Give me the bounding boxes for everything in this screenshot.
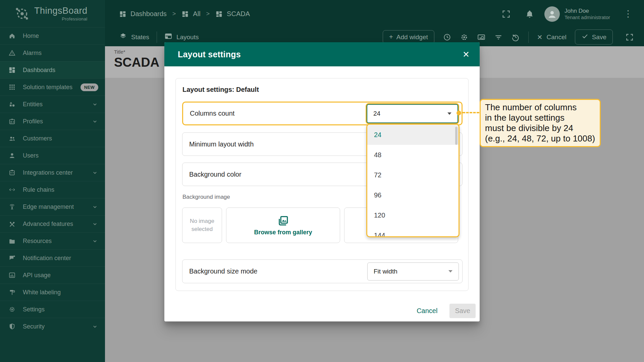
breadcrumb-separator: > <box>172 10 176 17</box>
sidebar-item-settings[interactable]: Settings <box>0 301 105 318</box>
user-menu[interactable]: John Doe Tenant administrator <box>565 7 610 21</box>
edit-save-button[interactable]: Save <box>575 29 613 45</box>
chevron-down-icon <box>92 323 98 330</box>
alarm-warning-icon <box>8 49 16 57</box>
dialog-title: Layout settings <box>178 50 241 59</box>
fullscreen-icon[interactable] <box>625 33 634 42</box>
columns-count-dropdown: 24 48 72 96 120 144 <box>366 124 460 237</box>
thingsboard-logo-icon <box>13 5 31 22</box>
integrations-icon <box>8 169 16 176</box>
sidebar-item-edge-management[interactable]: Edge management <box>0 198 105 215</box>
chevron-down-icon <box>92 101 98 108</box>
sidebar-item-white-labeling[interactable]: White labeling <box>0 284 105 301</box>
dropdown-option-48[interactable]: 48 <box>367 145 459 165</box>
folder-icon <box>8 237 16 245</box>
annotation-callout: The number of columns in the layout sett… <box>480 99 601 147</box>
layouts-button[interactable]: Layouts <box>164 32 199 42</box>
dropdown-option-144[interactable]: 144 <box>367 225 459 237</box>
manage-layouts-display-icon[interactable] <box>477 33 486 42</box>
user-name: John Doe <box>565 7 610 14</box>
dropdown-option-24[interactable]: 24 <box>367 125 459 145</box>
sidebar-item-api-usage[interactable]: API usage <box>0 266 105 284</box>
dashboard-settings-gear-icon[interactable] <box>460 33 469 42</box>
sidebar-item-notification-center[interactable]: Notification center <box>0 249 105 266</box>
close-x-icon: ✕ <box>537 33 543 41</box>
sidebar-item-home[interactable]: Home <box>0 27 105 44</box>
sidebar-item-integrations-center[interactable]: Integrations center <box>0 164 105 181</box>
time-window-clock-icon[interactable] <box>443 33 451 42</box>
background-color-label: Background color <box>189 171 241 178</box>
more-menu-icon[interactable]: ⋮ <box>624 9 633 18</box>
dropdown-option-72[interactable]: 72 <box>367 165 459 185</box>
breadcrumb-scada[interactable]: SCADA <box>215 10 250 18</box>
dropdown-option-120[interactable]: 120 <box>367 205 459 225</box>
chevron-down-icon <box>92 118 98 125</box>
new-badge: NEW <box>80 83 98 91</box>
browse-from-gallery-button[interactable]: Browse from gallery <box>226 207 340 243</box>
avatar[interactable] <box>544 6 560 22</box>
breadcrumb: Dashboards > All > SCADA <box>119 10 250 18</box>
profiles-icon <box>8 118 16 125</box>
dashboards-icon <box>215 10 223 18</box>
columns-count-select[interactable]: 24 <box>367 104 458 123</box>
dialog-save-button[interactable]: Save <box>449 304 476 318</box>
entities-icon <box>8 101 16 108</box>
dialog-cancel-button[interactable]: Cancel <box>417 307 437 315</box>
sidebar-item-rule-chains[interactable]: Rule chains <box>0 181 105 198</box>
dropdown-option-96[interactable]: 96 <box>367 185 459 205</box>
brand-name: ThingsBoard <box>34 6 88 16</box>
breadcrumb-dashboards[interactable]: Dashboards <box>119 10 167 18</box>
chevron-down-icon <box>92 238 98 244</box>
background-size-mode-label: Background size mode <box>189 267 257 275</box>
notifications-bell-icon[interactable] <box>525 9 534 19</box>
dashboards-icon <box>8 66 16 74</box>
fullscreen-icon[interactable] <box>501 9 511 19</box>
rule-chains-icon <box>8 186 16 193</box>
home-icon <box>8 32 16 40</box>
shield-icon <box>8 323 16 330</box>
states-button[interactable]: States <box>119 32 149 42</box>
chevron-down-icon <box>92 203 98 210</box>
layouts-icon <box>164 32 172 42</box>
breadcrumb-separator: > <box>206 10 210 17</box>
sidebar-item-customers[interactable]: Customers <box>0 130 105 147</box>
sidebar-item-alarms[interactable]: Alarms <box>0 44 105 61</box>
sidebar-item-dashboards[interactable]: Dashboards <box>0 61 105 78</box>
chevron-down-icon <box>92 221 98 227</box>
sidebar-item-security[interactable]: Security <box>0 318 105 335</box>
sidebar: ThingsBoard Professional Home Alarms Das… <box>0 0 105 362</box>
sidebar-item-advanced-features[interactable]: Advanced features <box>0 215 105 232</box>
sidebar-item-profiles[interactable]: Profiles <box>0 113 105 130</box>
close-icon[interactable]: ✕ <box>463 50 470 59</box>
sidebar-item-entities[interactable]: Entities <box>0 96 105 113</box>
api-usage-chart-icon <box>8 272 16 279</box>
no-image-placeholder: No image selected <box>182 207 222 243</box>
app-root: ThingsBoard Professional Home Alarms Das… <box>0 0 644 362</box>
sidebar-item-solution-templates[interactable]: Solution templates NEW <box>0 78 105 96</box>
annotation-connector-dot <box>457 111 461 115</box>
version-history-icon[interactable] <box>511 33 520 42</box>
dropdown-scrollbar[interactable] <box>455 127 458 145</box>
customers-icon <box>8 135 16 142</box>
paint-roller-icon <box>8 289 16 296</box>
background-size-mode-row: Background size mode Fit width <box>182 259 463 283</box>
select-arrow-icon <box>447 112 451 115</box>
select-arrow-icon <box>448 270 452 273</box>
gallery-image-icon <box>277 215 289 227</box>
background-image-label: Background image <box>182 194 230 200</box>
user-icon <box>8 152 16 159</box>
dialog-header: Layout settings ✕ <box>164 42 480 66</box>
edit-cancel-button[interactable]: ✕ Cancel <box>537 33 567 41</box>
chevron-down-icon <box>92 169 98 176</box>
states-layers-icon <box>119 32 127 42</box>
tools-icon <box>8 220 16 228</box>
add-widget-button[interactable]: + Add widget <box>383 30 434 44</box>
background-size-mode-select[interactable]: Fit width <box>367 262 459 281</box>
breadcrumb-all[interactable]: All <box>181 10 200 18</box>
brand-logo[interactable]: ThingsBoard Professional <box>0 0 105 27</box>
sidebar-item-users[interactable]: Users <box>0 147 105 164</box>
sidebar-item-resources[interactable]: Resources <box>0 232 105 249</box>
toolbar-divider <box>528 32 529 43</box>
columns-count-row: Columns count 24 <box>182 102 463 125</box>
filter-icon[interactable] <box>494 33 503 42</box>
